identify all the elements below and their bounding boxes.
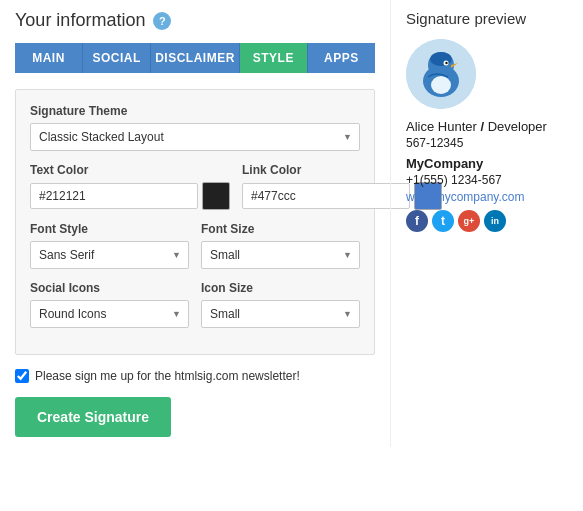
page-title-section: Your information ?: [15, 10, 375, 31]
svg-point-4: [430, 52, 452, 66]
social-icon-facebook[interactable]: f: [406, 210, 428, 232]
page-title: Your information: [15, 10, 145, 31]
text-color-col: Text Color: [30, 163, 230, 210]
font-size-select[interactable]: Small: [201, 241, 360, 269]
text-color-label: Text Color: [30, 163, 230, 177]
preview-phone: 567-12345: [406, 136, 568, 150]
svg-point-7: [445, 62, 447, 64]
create-signature-button[interactable]: Create Signature: [15, 397, 171, 437]
style-form: Signature Theme Classic Stacked Layout T…: [15, 89, 375, 355]
icon-size-select-wrapper: Small: [201, 300, 360, 328]
theme-label: Signature Theme: [30, 104, 360, 118]
text-color-input[interactable]: [30, 183, 198, 209]
icon-size-label: Icon Size: [201, 281, 360, 295]
theme-group: Signature Theme Classic Stacked Layout: [30, 104, 360, 151]
newsletter-label: Please sign me up for the htmlsig.com ne…: [35, 369, 300, 383]
social-icons-label: Social Icons: [30, 281, 189, 295]
social-icons-select[interactable]: Round Icons: [30, 300, 189, 328]
newsletter-checkbox[interactable]: [15, 369, 29, 383]
preview-avatar: [406, 39, 476, 109]
text-color-swatch[interactable]: [202, 182, 230, 210]
tab-social[interactable]: SOCIAL: [83, 43, 151, 73]
icon-size-select[interactable]: Small: [201, 300, 360, 328]
preview-name: Alice Hunter / Developer: [406, 119, 568, 134]
preview-title: Signature preview: [406, 10, 568, 27]
theme-select-wrapper: Classic Stacked Layout: [30, 123, 360, 151]
newsletter-row: Please sign me up for the htmlsig.com ne…: [15, 369, 375, 383]
font-style-select[interactable]: Sans Serif: [30, 241, 189, 269]
theme-select[interactable]: Classic Stacked Layout: [30, 123, 360, 151]
social-icon-googleplus[interactable]: g+: [458, 210, 480, 232]
preview-role: Developer: [488, 119, 547, 134]
social-icon-linkedin[interactable]: in: [484, 210, 506, 232]
social-icons-preview: f t g+ in: [406, 210, 568, 232]
font-row: Font Style Sans Serif Font Size Small: [30, 222, 360, 269]
tab-main[interactable]: MAIN: [15, 43, 83, 73]
help-icon[interactable]: ?: [153, 12, 171, 30]
tab-style[interactable]: STYLE: [240, 43, 308, 73]
link-color-input[interactable]: [242, 183, 410, 209]
font-size-select-wrapper: Small: [201, 241, 360, 269]
icons-row: Social Icons Round Icons Icon Size Small: [30, 281, 360, 328]
preview-website[interactable]: www.mycompany.com: [406, 190, 524, 204]
text-color-group: [30, 182, 230, 210]
font-style-label: Font Style: [30, 222, 189, 236]
tab-bar: MAIN SOCIAL DISCLAIMER STYLE APPS: [15, 43, 375, 73]
icon-size-col: Icon Size Small: [201, 281, 360, 328]
svg-point-3: [431, 76, 451, 94]
color-row: Text Color Link Color: [30, 163, 360, 210]
font-style-select-wrapper: Sans Serif: [30, 241, 189, 269]
tab-disclaimer[interactable]: DISCLAIMER: [151, 43, 240, 73]
social-icon-twitter[interactable]: t: [432, 210, 454, 232]
tab-apps[interactable]: APPS: [308, 43, 375, 73]
font-size-label: Font Size: [201, 222, 360, 236]
preview-company: MyCompany: [406, 156, 568, 171]
preview-panel: Signature preview: [390, 0, 583, 447]
preview-company-phone: +1(555) 1234-567: [406, 173, 568, 187]
social-icons-select-wrapper: Round Icons: [30, 300, 189, 328]
social-icons-col: Social Icons Round Icons: [30, 281, 189, 328]
font-style-col: Font Style Sans Serif: [30, 222, 189, 269]
font-size-col: Font Size Small: [201, 222, 360, 269]
